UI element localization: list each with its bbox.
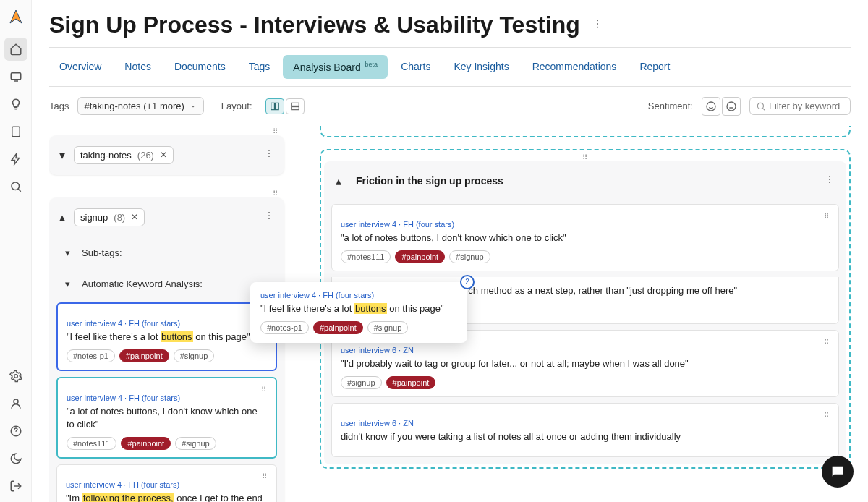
nav-moon-icon[interactable] (4, 447, 27, 470)
tab-bar: Overview Notes Documents Tags Analysis B… (49, 48, 851, 87)
note-card[interactable]: ⠿user interview 4 · FH (four stars)"Im f… (56, 464, 277, 502)
nav-help-icon[interactable] (4, 420, 27, 443)
drag-handle-icon[interactable]: ⠿ (824, 212, 830, 220)
tag-chip[interactable]: taking-notes (26) ✕ (74, 146, 174, 164)
note-source[interactable]: user interview 4 · FH (four stars) (67, 393, 267, 402)
tag-pill[interactable]: #painpoint (386, 376, 436, 389)
tags-filter-chip[interactable]: #taking-notes (+1 more) (77, 97, 203, 115)
layout-rows-button[interactable] (286, 98, 305, 114)
close-icon[interactable]: ✕ (160, 150, 167, 160)
tab-charts[interactable]: Charts (391, 55, 441, 79)
note-card[interactable]: ⠿user interview 4 · FH (four stars)"a lo… (331, 204, 839, 271)
app-logo (7, 9, 25, 26)
drag-handle-icon[interactable]: ⠿ (824, 338, 830, 346)
kebab-icon[interactable] (261, 145, 277, 164)
tag-pill[interactable]: #painpoint (119, 349, 169, 362)
note-quote: "a lot of notes buttons, I don't know wh… (341, 231, 830, 244)
note-card[interactable]: ⠿user interview 6 · ZNdidn't know if you… (331, 403, 839, 457)
tag-pill[interactable]: #signup (174, 349, 215, 362)
note-source[interactable]: user interview 4 · FH (four stars) (66, 480, 268, 489)
svg-point-13 (707, 102, 715, 111)
tag-panel-signup: ▴ signup (8) ✕ ▾Sub-tags: ▾Automatic K (49, 197, 284, 502)
note-source[interactable]: user interview 6 · ZN (341, 419, 830, 427)
nav-gear-icon[interactable] (4, 365, 27, 388)
note-quote: "I feel like there's a lot buttons on th… (67, 331, 267, 344)
nav-search-icon[interactable] (4, 175, 27, 198)
dropzone-edge (320, 126, 851, 137)
note-source: user interview 4 · FH (four stars) (260, 291, 457, 299)
note-source[interactable]: user interview 4 · FH (four stars) (67, 319, 267, 328)
page-menu-icon[interactable] (589, 15, 606, 35)
tag-pill[interactable]: #notes111 (341, 250, 391, 263)
nav-user-icon[interactable] (4, 392, 27, 415)
drag-handle-icon[interactable]: ⠿ (262, 472, 268, 480)
filter-tags-label: Tags (49, 101, 69, 111)
drag-handle-icon[interactable]: ⠿ (49, 126, 284, 135)
nav-book-icon[interactable] (4, 120, 27, 143)
left-rail (0, 0, 32, 502)
chevron-down-icon[interactable]: ▾ (62, 244, 73, 261)
nav-chat-icon[interactable] (4, 65, 27, 88)
drag-handle-icon[interactable]: ⠿ (824, 411, 830, 419)
note-quote: "Im following the process, once I get to… (66, 492, 268, 502)
nav-bulb-icon[interactable] (4, 93, 27, 116)
chevron-down-icon[interactable]: ▾ (56, 145, 68, 165)
sentiment-happy-button[interactable] (702, 97, 720, 116)
layout-label: Layout: (221, 101, 252, 111)
kebab-icon[interactable] (822, 171, 838, 190)
intercom-launcher[interactable] (822, 456, 854, 488)
tab-analysis-board[interactable]: Analysis Board beta (283, 55, 388, 79)
kebab-icon[interactable] (261, 208, 277, 226)
drag-handle-icon[interactable]: ⠿ (261, 386, 267, 393)
svg-rect-12 (291, 106, 299, 109)
tag-pill[interactable]: #painpoint (121, 437, 171, 450)
tag-pill[interactable]: #signup (341, 376, 382, 389)
tag-pill[interactable]: #painpoint (313, 321, 363, 334)
tag-pill[interactable]: #notes-p1 (260, 321, 309, 334)
layout-columns-button[interactable] (265, 98, 284, 114)
svg-point-7 (597, 23, 598, 25)
svg-point-8 (597, 26, 598, 27)
chevron-up-icon[interactable]: ▴ (333, 171, 344, 191)
search-box[interactable] (749, 97, 851, 115)
tag-pill[interactable]: #notes-p1 (67, 349, 115, 362)
drag-handle-icon[interactable]: ⠿ (324, 153, 846, 161)
tag-pill[interactable]: #signup (449, 250, 490, 263)
nav-bolt-icon[interactable] (4, 148, 27, 171)
note-card[interactable]: ⠿user interview 4 · FH (four stars)"a lo… (56, 377, 277, 459)
svg-point-22 (829, 176, 830, 177)
tag-panel-taking-notes: ▾ taking-notes (26) ✕ (49, 135, 284, 175)
svg-rect-0 (11, 73, 21, 80)
svg-point-19 (268, 212, 270, 213)
tab-documents[interactable]: Documents (164, 55, 236, 79)
tab-overview[interactable]: Overview (49, 55, 111, 79)
tab-key-insights[interactable]: Key Insights (443, 55, 519, 79)
tab-recommendations[interactable]: Recommendations (522, 55, 627, 79)
chevron-up-icon[interactable]: ▴ (56, 208, 68, 227)
tab-tags[interactable]: Tags (239, 55, 281, 79)
subtags-label: Sub-tags: (82, 247, 122, 258)
note-card[interactable]: ⠿user interview 4 · FH (four stars)"I fe… (56, 302, 277, 371)
tag-chip[interactable]: signup (8) ✕ (74, 208, 145, 226)
nav-logout-icon[interactable] (4, 475, 27, 498)
nav-home-icon[interactable] (4, 38, 27, 61)
close-icon[interactable]: ✕ (131, 212, 138, 222)
note-source[interactable]: user interview 4 · FH (four stars) (341, 220, 830, 229)
note-quote: didn't know if you were taking a list of… (341, 430, 830, 443)
dragged-note-card[interactable]: user interview 4 · FH (four stars) "I fe… (250, 282, 467, 343)
svg-rect-11 (291, 103, 299, 106)
tag-pill[interactable]: #signup (175, 437, 216, 450)
insight-title: Friction in the sign up process (356, 175, 503, 187)
chevron-down-icon[interactable]: ▾ (62, 276, 73, 292)
note-quote: "I'd probably wait to tag or group for l… (341, 357, 830, 370)
tag-pill[interactable]: #painpoint (395, 250, 445, 263)
tag-pill[interactable]: #signup (367, 321, 409, 334)
svg-point-15 (757, 103, 763, 109)
tab-report[interactable]: Report (629, 55, 680, 79)
search-input[interactable] (769, 101, 841, 111)
tag-pill[interactable]: #notes111 (67, 437, 116, 450)
drag-handle-icon[interactable]: ⠿ (49, 188, 284, 197)
sentiment-neutral-button[interactable] (722, 97, 741, 116)
tab-notes[interactable]: Notes (114, 55, 161, 79)
note-source[interactable]: user interview 6 · ZN (341, 346, 830, 354)
